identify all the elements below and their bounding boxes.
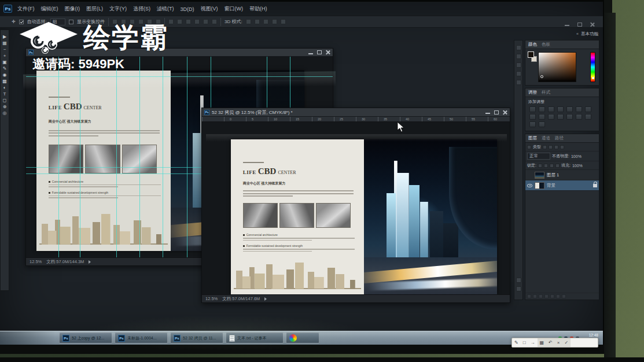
minimize-icon[interactable] (485, 110, 490, 114)
layer-thumbnail[interactable] (535, 172, 544, 179)
guide-line[interactable] (80, 57, 80, 257)
layer-thumbnail[interactable] (535, 182, 544, 189)
distribute-top-icon[interactable] (168, 19, 174, 24)
guide-line[interactable] (163, 57, 163, 257)
adjustment-icon[interactable] (539, 121, 545, 127)
3d-rotate-icon[interactable] (246, 19, 251, 24)
taskbar-button-ps1[interactable]: Ps 52 上copy @ 12... (59, 333, 112, 343)
blend-mode-dropdown[interactable]: 正常 (527, 153, 550, 160)
tab-paths[interactable]: 路径 (555, 135, 564, 141)
zoom-level[interactable]: 12.5% (30, 259, 42, 264)
menu-item-select[interactable]: 选择(S) (133, 5, 150, 13)
collapse-panels-icon[interactable]: « (576, 32, 579, 36)
adjustment-icon[interactable] (539, 114, 545, 120)
filter-shape-icon[interactable] (560, 145, 564, 149)
adjustment-icon[interactable] (557, 106, 564, 112)
document-window-front[interactable]: Ps 52 32 拷贝 @ 12.5% (背景, CMYK/8*) * 0 5 … (201, 108, 510, 303)
tab-styles[interactable]: 样式 (542, 90, 550, 95)
tab-layers[interactable]: 图层 (528, 135, 537, 141)
app-restore-button[interactable] (577, 23, 582, 27)
confirm-icon[interactable]: ✓ (562, 340, 571, 345)
adjustment-icon[interactable] (548, 114, 554, 120)
new-layer-icon[interactable] (556, 294, 560, 298)
lock-pixels-icon[interactable] (544, 164, 548, 168)
adjustment-icon[interactable] (529, 106, 536, 112)
tool-gradient-icon[interactable]: ◐ (3, 86, 6, 90)
guide-line[interactable] (58, 57, 59, 257)
app-minimize-button[interactable] (565, 23, 569, 26)
layer-row[interactable]: 图层 1 (525, 170, 599, 180)
tool-hand-icon[interactable]: ⊕ (3, 105, 7, 109)
opacity-value[interactable]: 100% (571, 154, 582, 158)
adjustment-icon[interactable] (585, 114, 591, 120)
adjustment-icon[interactable] (566, 106, 573, 112)
horizontal-ruler[interactable]: 0 5 10 15 20 25 30 35 40 45 50 55 60 (202, 117, 510, 122)
close-icon[interactable] (503, 110, 507, 114)
menu-item-layer[interactable]: 图层(L) (86, 5, 103, 13)
tool-brush-icon[interactable]: ✎ (3, 67, 7, 71)
tool-lasso-icon[interactable]: ~ (3, 47, 6, 52)
lock-position-icon[interactable] (550, 164, 554, 168)
delete-layer-icon[interactable] (562, 294, 566, 298)
adjustment-icon[interactable] (529, 121, 536, 127)
new-adjustment-icon[interactable] (544, 294, 549, 298)
adjustment-icon[interactable] (566, 114, 573, 120)
guide-line[interactable] (26, 76, 333, 77)
close-icon[interactable] (326, 50, 330, 54)
3d-scale-icon[interactable] (281, 19, 286, 24)
history-panel-icon[interactable] (516, 45, 521, 50)
adjustment-icon[interactable] (548, 106, 554, 112)
rectangle-icon[interactable]: □ (521, 340, 528, 345)
distribute-bottom-icon[interactable] (186, 19, 191, 24)
adjustment-icon[interactable] (576, 114, 582, 120)
distribute-vcenter-icon[interactable] (177, 19, 182, 24)
workspace-switcher[interactable]: 基本功能 (581, 31, 598, 37)
front-doc-titlebar[interactable]: Ps 52 32 拷贝 @ 12.5% (背景, CMYK/8*) * (202, 108, 510, 117)
tool-eyedropper-icon[interactable]: ▣ (2, 60, 7, 65)
menu-item-edit[interactable]: 编辑(E) (41, 5, 58, 13)
arrow-icon[interactable]: → (528, 340, 538, 345)
3d-roll-icon[interactable] (255, 19, 260, 24)
distribute-left-icon[interactable] (194, 19, 200, 24)
distribute-right-icon[interactable] (212, 19, 217, 24)
tab-adjustments[interactable]: 调整 (528, 90, 537, 95)
menu-item-window[interactable]: 窗口(W) (225, 5, 244, 13)
menu-item-3d[interactable]: 3D(D) (181, 6, 194, 12)
distribute-hcenter-icon[interactable] (203, 19, 208, 24)
status-menu-arrow-icon[interactable] (264, 297, 267, 301)
new-group-icon[interactable] (550, 294, 554, 298)
tab-color[interactable]: 颜色 (528, 42, 537, 47)
menu-item-file[interactable]: 文件(F) (17, 5, 35, 13)
menu-item-help[interactable]: 帮助(H) (249, 5, 267, 13)
front-artboard[interactable]: LIFECBDCENTER 商业中心区 强大持续发展力 Commercial a… (231, 139, 497, 294)
layer-style-icon[interactable] (533, 294, 537, 298)
color-gradient-field[interactable] (538, 52, 576, 82)
tool-eraser-icon[interactable]: ▩ (2, 79, 7, 84)
tool-crop-icon[interactable]: + (3, 54, 6, 58)
guide-line[interactable] (187, 57, 187, 257)
expand-panel-icon[interactable] (516, 278, 521, 283)
menu-item-filter[interactable]: 滤镜(T) (157, 5, 174, 13)
layer-row-selected[interactable]: 背景 (525, 180, 599, 191)
layer-name[interactable]: 图层 1 (547, 172, 559, 178)
menu-item-type[interactable]: 文字(Y) (109, 5, 127, 13)
paragraph-panel-icon[interactable] (516, 80, 521, 85)
cancel-icon[interactable]: × (555, 340, 562, 345)
guide-line[interactable] (139, 57, 140, 257)
panel-options-icon[interactable] (516, 286, 521, 291)
info-panel-icon[interactable] (516, 62, 521, 68)
link-layers-icon[interactable] (527, 294, 531, 298)
visibility-eye-icon[interactable] (527, 184, 532, 187)
filter-adjustment-icon[interactable] (549, 145, 553, 149)
tab-channels[interactable]: 通道 (542, 135, 550, 141)
adjustment-icon[interactable] (585, 106, 591, 112)
adjustment-icon[interactable] (529, 114, 536, 120)
tool-marquee-icon[interactable]: ▦ (2, 41, 7, 46)
layer-name[interactable]: 背景 (547, 183, 555, 189)
menu-item-image[interactable]: 图像(I) (65, 5, 80, 13)
front-doc-canvas[interactable]: LIFECBDCENTER 商业中心区 强大持续发展力 Commercial a… (202, 122, 510, 294)
adjustment-icon[interactable] (557, 114, 564, 120)
add-mask-icon[interactable] (539, 294, 543, 298)
character-panel-icon[interactable] (516, 71, 521, 76)
adjustment-icon[interactable] (539, 106, 545, 112)
